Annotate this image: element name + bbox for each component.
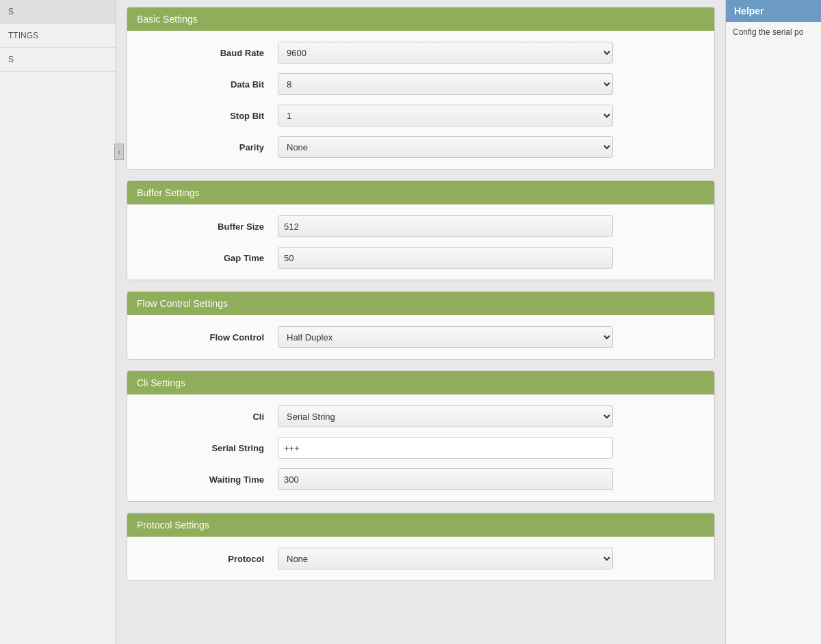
cli-row: Cli Serial String Telnet SSH [141,405,701,427]
buffer-size-label: Buffer Size [141,222,278,232]
cli-control: Serial String Telnet SSH [278,405,613,427]
buffer-settings-header: Buffer Settings [127,181,714,204]
serial-string-label: Serial String [141,443,278,453]
protocol-control: None Modbus TCP UDP [278,548,613,569]
basic-settings-card: Basic Settings Baud Rate 9600 19200 3840… [127,7,715,170]
cli-settings-card: Cli Settings Cli Serial String Telnet SS… [127,371,715,502]
helper-content: Config the serial po [726,22,821,42]
gap-time-input[interactable] [278,247,613,269]
waiting-time-control [278,468,613,490]
parity-row: Parity None Even Odd Mark Space [141,136,701,158]
baud-rate-label: Baud Rate [141,48,278,58]
stop-bit-control: 1 2 [278,105,613,126]
protocol-settings-header: Protocol Settings [127,513,714,537]
stop-bit-label: Stop Bit [141,111,278,121]
helper-panel: Helper Config the serial po [725,0,821,644]
gap-time-row: Gap Time [141,247,701,269]
protocol-settings-card: Protocol Settings Protocol None Modbus T… [127,513,715,581]
baud-rate-select[interactable]: 9600 19200 38400 57600 115200 [278,42,613,64]
protocol-settings-body: Protocol None Modbus TCP UDP [127,537,714,580]
cli-settings-body: Cli Serial String Telnet SSH Serial Stri… [127,394,714,501]
stop-bit-row: Stop Bit 1 2 [141,105,701,126]
buffer-size-input[interactable] [278,215,613,237]
cli-label: Cli [141,412,278,422]
parity-control: None Even Odd Mark Space [278,136,613,158]
flow-control-row: Flow Control None Half Duplex Full Duple… [141,326,701,348]
buffer-settings-card: Buffer Settings Buffer Size Gap Time [127,180,715,280]
main-content: Basic Settings Baud Rate 9600 19200 3840… [116,0,725,644]
buffer-size-control [278,215,613,237]
gap-time-control [278,247,613,269]
helper-header: Helper [726,0,821,22]
parity-label: Parity [141,142,278,152]
data-bit-label: Data Bit [141,79,278,90]
waiting-time-input[interactable] [278,468,613,490]
sidebar-item-s[interactable]: S [0,0,116,24]
cli-settings-header: Cli Settings [127,371,714,394]
flow-control-settings-header: Flow Control Settings [127,292,714,315]
basic-settings-body: Baud Rate 9600 19200 38400 57600 115200 … [127,31,714,169]
serial-string-input[interactable] [278,437,613,459]
waiting-time-row: Waiting Time [141,468,701,490]
basic-settings-header: Basic Settings [127,8,714,31]
sidebar-item-s2[interactable]: S [0,48,116,72]
sidebar: S TTINGS S ‹ [0,0,116,644]
data-bit-select[interactable]: 5 6 7 8 [278,73,613,95]
baud-rate-control: 9600 19200 38400 57600 115200 [278,42,613,64]
sidebar-collapse-button[interactable]: ‹ [114,144,124,160]
serial-string-row: Serial String [141,437,701,459]
flow-control-label: Flow Control [141,332,278,343]
buffer-size-row: Buffer Size [141,215,701,237]
protocol-row: Protocol None Modbus TCP UDP [141,548,701,569]
flow-control-settings-body: Flow Control None Half Duplex Full Duple… [127,315,714,359]
cli-select[interactable]: Serial String Telnet SSH [278,405,613,427]
baud-rate-row: Baud Rate 9600 19200 38400 57600 115200 [141,42,701,64]
parity-select[interactable]: None Even Odd Mark Space [278,136,613,158]
sidebar-item-ttings[interactable]: TTINGS [0,24,116,48]
protocol-select[interactable]: None Modbus TCP UDP [278,548,613,569]
flow-control-control: None Half Duplex Full Duplex RTS/CTS XON… [278,326,613,348]
data-bit-row: Data Bit 5 6 7 8 [141,73,701,95]
waiting-time-label: Waiting Time [141,474,278,485]
gap-time-label: Gap Time [141,253,278,263]
flow-control-settings-card: Flow Control Settings Flow Control None … [127,291,715,360]
data-bit-control: 5 6 7 8 [278,73,613,95]
serial-string-control [278,437,613,459]
buffer-settings-body: Buffer Size Gap Time [127,204,714,280]
flow-control-select[interactable]: None Half Duplex Full Duplex RTS/CTS XON… [278,326,613,348]
protocol-label: Protocol [141,554,278,564]
stop-bit-select[interactable]: 1 2 [278,105,613,126]
